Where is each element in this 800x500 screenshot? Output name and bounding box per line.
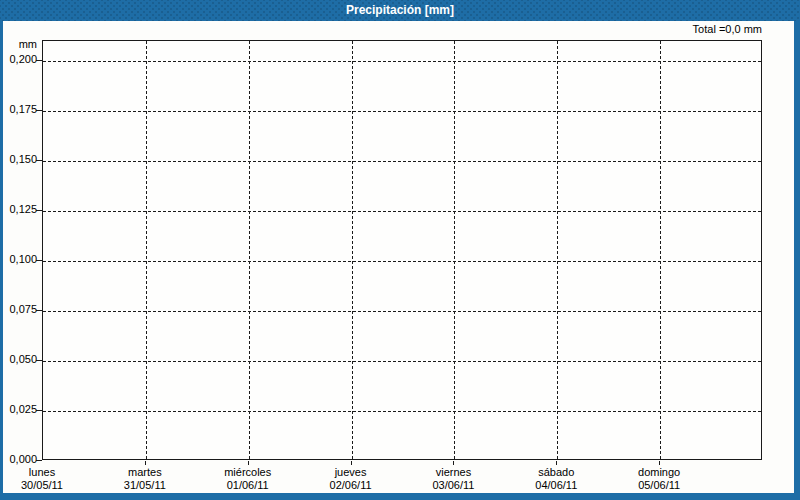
x-tick-label: martes31/05/11 [100,466,190,492]
precipitation-chart-window: Precipitación [mm] Total =0,0 mm mm 0,00… [0,0,800,500]
x-label-day: viernes [408,466,498,479]
x-label-day: miércoles [203,466,293,479]
y-axis-labels: mm 0,0000,0250,0500,0750,1000,1250,1500,… [0,40,37,461]
x-label-day: sábado [511,466,601,479]
window-border-right [794,21,800,500]
window-titlebar: Precipitación [mm] [0,0,800,21]
x-tick-mark [145,461,146,465]
x-tick-label: viernes03/06/11 [408,466,498,492]
y-tick-label: 0,150 [0,153,37,166]
x-label-date: 04/06/11 [511,479,601,492]
x-label-date: 02/06/11 [306,479,396,492]
y-tick-label: 0,075 [0,303,37,316]
y-tick-label: 0,000 [0,453,37,466]
x-label-date: 03/06/11 [408,479,498,492]
x-label-day: jueves [306,466,396,479]
x-label-date: 01/06/11 [203,479,293,492]
x-tick-mark [659,461,660,465]
window-title: Precipitación [mm] [346,3,454,17]
x-tick-mark [453,461,454,465]
y-tick-label: 0,200 [0,53,37,66]
x-label-day: lunes [0,466,87,479]
x-label-date: 05/06/11 [614,479,704,492]
x-tick-label: lunes30/05/11 [0,466,87,492]
total-label: Total =0,0 mm [42,23,762,35]
x-tick-label: jueves02/06/11 [306,466,396,492]
x-tick-label: sábado04/06/11 [511,466,601,492]
bars-layer [43,41,761,459]
x-tick-mark [248,461,249,465]
x-label-day: domingo [614,466,704,479]
y-tick-label: 0,050 [0,353,37,366]
x-label-date: 31/05/11 [100,479,190,492]
window-border-bottom [0,493,800,500]
y-tick-label: 0,100 [0,253,37,266]
y-tick-label: 0,125 [0,203,37,216]
plot-area [42,40,762,460]
x-label-day: martes [100,466,190,479]
x-tick-mark [351,461,352,465]
y-tick-label: 0,025 [0,403,37,416]
x-label-date: 30/05/11 [0,479,87,492]
x-tick-label: miércoles01/06/11 [203,466,293,492]
y-tick-label: 0,175 [0,103,37,116]
window-border-left [0,21,3,500]
x-tick-mark [556,461,557,465]
x-tick-label: domingo05/06/11 [614,466,704,492]
y-axis-unit-label: mm [0,38,37,51]
x-axis-labels: lunes30/05/11martes31/05/11miércoles01/0… [42,466,762,493]
x-axis-ticks [42,461,762,465]
